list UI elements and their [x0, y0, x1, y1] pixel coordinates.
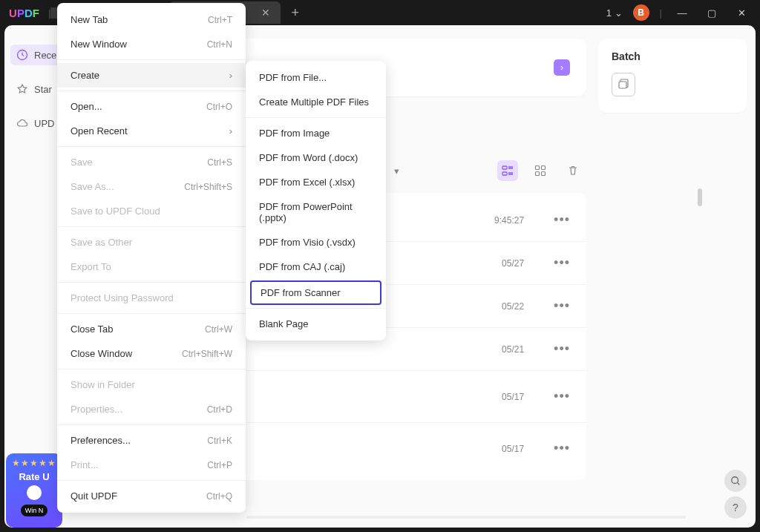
menu-create[interactable]: Create› — [57, 63, 246, 88]
create-blank[interactable]: Blank Page — [246, 312, 386, 336]
close-tab-icon[interactable]: ✕ — [261, 7, 270, 19]
create-submenu: PDF from File... Create Multiple PDF Fil… — [246, 61, 386, 341]
create-from-caj[interactable]: PDF from CAJ (.caj) — [246, 254, 386, 279]
menu-properties: Properties...Ctrl+D — [57, 397, 246, 421]
view-list-button[interactable] — [497, 160, 518, 181]
menu-open[interactable]: Open...Ctrl+O — [57, 94, 246, 119]
maximize-button[interactable]: ▢ — [702, 7, 721, 19]
chevron-right-icon: › — [229, 125, 232, 137]
create-from-scanner[interactable]: PDF from Scanner — [250, 280, 381, 305]
search-go-button[interactable]: › — [554, 59, 570, 76]
search-float-button[interactable] — [724, 470, 747, 492]
star-icon — [16, 83, 28, 95]
minimize-button[interactable]: — — [672, 7, 692, 19]
batch-title: Batch — [612, 50, 733, 62]
menu-close-tab[interactable]: Close TabCtrl+W — [57, 317, 246, 341]
create-from-word[interactable]: PDF from Word (.docx) — [246, 145, 386, 170]
more-icon[interactable]: ••• — [554, 389, 570, 404]
trash-button[interactable] — [563, 160, 583, 181]
menu-open-recent[interactable]: Open Recent› — [57, 119, 246, 143]
batch-combine-button[interactable] — [612, 73, 635, 96]
more-icon[interactable]: ••• — [554, 341, 570, 357]
sidebar-item-recent[interactable]: Rece — [10, 45, 62, 65]
menu-new-tab[interactable]: New TabCtrl+T — [57, 7, 246, 32]
menu-save-other: Save as Other — [57, 230, 246, 254]
help-float-button[interactable]: ? — [724, 496, 747, 519]
batch-card: Batch — [598, 39, 747, 113]
file-date: 05/22 — [502, 301, 554, 312]
menu-export: Export To — [57, 254, 246, 279]
promo-rate: Rate U — [9, 471, 59, 482]
menu-preferences[interactable]: Preferences...Ctrl+K — [57, 428, 246, 453]
svg-rect-4 — [542, 166, 546, 170]
sidebar-item-cloud[interactable]: UPD — [10, 113, 60, 134]
more-icon[interactable]: ••• — [554, 255, 570, 271]
user-avatar[interactable]: B — [633, 4, 649, 21]
add-tab-button[interactable]: + — [291, 5, 299, 21]
chevron-down-icon[interactable]: ▾ — [394, 165, 399, 177]
more-icon[interactable]: ••• — [554, 298, 570, 314]
menu-save-as: Save As...Ctrl+Shift+S — [57, 174, 246, 199]
notification-indicator[interactable]: 1 ⌄ — [606, 7, 623, 19]
sidebar-label: Rece — [34, 50, 56, 61]
svg-rect-3 — [536, 166, 540, 170]
more-icon[interactable]: ••• — [554, 441, 570, 456]
create-from-visio[interactable]: PDF from Visio (.vsdx) — [246, 230, 386, 254]
file-date: 9:45:27 — [494, 215, 554, 226]
menu-new-window[interactable]: New WindowCtrl+N — [57, 32, 246, 56]
sidebar-label: Star — [34, 84, 52, 95]
scrollbar-thumb[interactable] — [698, 188, 702, 206]
menu-save-cloud: Save to UPDF Cloud — [57, 199, 246, 223]
file-date: 05/17 — [502, 444, 554, 454]
file-date: 05/17 — [502, 392, 554, 402]
star-icon: ★★★★★ — [9, 458, 59, 468]
menu-quit[interactable]: Quit UPDFCtrl+Q — [57, 484, 246, 508]
menu-print: Print...Ctrl+P — [57, 453, 246, 477]
scrollbar-track[interactable] — [246, 516, 686, 519]
sidebar-label: UPD — [34, 118, 54, 129]
cloud-icon — [16, 117, 28, 129]
chevron-right-icon: › — [229, 70, 232, 81]
menu-protect: Protect Using Password — [57, 286, 246, 310]
create-from-image[interactable]: PDF from Image — [246, 121, 386, 145]
view-grid-button[interactable] — [530, 160, 551, 181]
file-menu: New TabCtrl+T New WindowCtrl+N Create› O… — [57, 3, 246, 513]
svg-rect-7 — [619, 82, 626, 88]
svg-rect-2 — [502, 172, 507, 175]
close-window-button[interactable]: ✕ — [732, 7, 751, 19]
svg-rect-1 — [502, 166, 507, 169]
create-from-excel[interactable]: PDF from Excel (.xlsx) — [246, 170, 386, 194]
promo-card[interactable]: ★★★★★ Rate U Win N — [6, 453, 62, 528]
create-from-file[interactable]: PDF from File... — [246, 65, 386, 90]
svg-point-8 — [732, 477, 738, 484]
file-date: 05/21 — [502, 344, 554, 355]
menu-close-window[interactable]: Close WindowCtrl+Shift+W — [57, 341, 246, 366]
app-logo: UPDF — [0, 7, 48, 19]
file-date: 05/27 — [502, 258, 554, 269]
create-multiple[interactable]: Create Multiple PDF Files — [246, 90, 386, 114]
more-icon[interactable]: ••• — [554, 212, 570, 228]
promo-win-button[interactable]: Win N — [21, 505, 48, 516]
svg-rect-5 — [536, 172, 540, 176]
create-from-powerpoint[interactable]: PDF from PowerPoint (.pptx) — [246, 194, 386, 230]
menu-save: SaveCtrl+S — [57, 150, 246, 174]
clock-icon — [16, 49, 28, 61]
sidebar-item-star[interactable]: Star — [10, 79, 58, 99]
svg-rect-6 — [542, 172, 546, 176]
menu-show-folder: Show in Folder — [57, 372, 246, 397]
